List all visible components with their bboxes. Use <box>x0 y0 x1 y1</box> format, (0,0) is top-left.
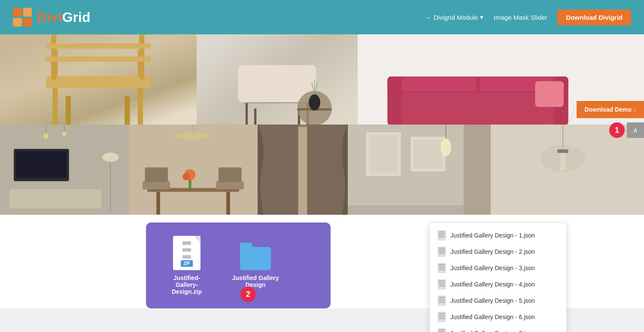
svg-rect-72 <box>414 140 442 168</box>
file-doc-icon <box>437 247 446 257</box>
svg-rect-56 <box>226 192 230 215</box>
file-doc-icon <box>437 312 446 322</box>
svg-point-74 <box>440 138 451 156</box>
folder-body <box>240 247 271 270</box>
svg-rect-9 <box>46 57 151 62</box>
file-list-label: Justified Gallery Design - 7.json <box>450 330 535 332</box>
zip-filename: Justified-Gallery-Design.zip <box>163 274 210 295</box>
file-doc-icon <box>437 230 446 241</box>
svg-rect-77 <box>464 125 491 215</box>
logo-cell-2 <box>23 8 32 17</box>
svg-rect-55 <box>156 192 160 215</box>
gallery-img-lamp <box>464 125 644 215</box>
file-list-item[interactable]: Justified Gallery Design - 4.json <box>430 276 566 292</box>
zip-file-item[interactable]: ZIP Justified-Gallery-Design.zip <box>163 236 210 295</box>
chevron-up-icon: ∧ <box>633 126 638 134</box>
file-list-item[interactable]: Justified Gallery Design - 1.json <box>430 227 566 244</box>
svg-rect-60 <box>219 168 242 182</box>
svg-rect-14 <box>254 108 256 125</box>
logo-cell-1 <box>13 8 22 17</box>
svg-rect-67 <box>298 127 307 215</box>
folder-panel: ZIP Justified-Gallery-Design.zip Justifi… <box>146 222 331 308</box>
svg-rect-59 <box>216 181 244 189</box>
svg-point-44 <box>62 131 67 136</box>
zip-label: ZIP <box>181 260 193 267</box>
svg-rect-2 <box>66 96 71 125</box>
svg-point-19 <box>309 94 320 110</box>
file-list-item[interactable]: Justified Gallery Design - 3.json <box>430 260 566 276</box>
logo-divi: Divi <box>37 9 62 25</box>
svg-point-83 <box>541 145 586 172</box>
nav-mask-label: Image Mask Slider <box>494 14 547 21</box>
file-doc-icon <box>437 279 446 289</box>
header: DiviGrid → Divigrid Module ▾ Image Mask … <box>0 0 644 34</box>
gallery-img-chair-wood <box>0 34 197 125</box>
gallery-img-living-room <box>0 125 129 215</box>
gallery-img-dining-room <box>129 125 258 215</box>
nav-area: → Divigrid Module ▾ Image Mask Slider Do… <box>425 9 631 25</box>
file-list-item[interactable]: Justified Gallery Design - 5.json <box>430 292 566 309</box>
logo-area: DiviGrid <box>13 8 90 27</box>
svg-point-48 <box>102 152 119 161</box>
file-list-label: Justified Gallery Design - 3.json <box>450 265 535 271</box>
logo-text: DiviGrid <box>37 9 90 25</box>
logo-cell-3 <box>13 18 22 27</box>
svg-point-63 <box>182 173 190 180</box>
svg-rect-35 <box>535 81 564 107</box>
svg-rect-4 <box>46 76 151 88</box>
file-doc-icon <box>437 263 446 273</box>
logo-grid-text: Grid <box>62 9 91 25</box>
svg-rect-70 <box>369 135 398 173</box>
file-doc-icon <box>437 295 446 306</box>
svg-point-42 <box>43 133 49 139</box>
nav-arrow-icon: → <box>425 14 431 21</box>
svg-rect-31 <box>402 78 476 91</box>
folder-item[interactable]: Justified Gallery Design <box>232 243 279 288</box>
svg-rect-75 <box>348 205 464 215</box>
file-list-label: Justified Gallery Design - 2.json <box>450 248 535 255</box>
logo-cell-4 <box>23 18 32 27</box>
nav-mask-link[interactable]: Image Mask Slider <box>494 14 547 21</box>
file-list-label: Justified Gallery Design - 5.json <box>450 297 535 304</box>
gallery-img-curtain <box>258 125 348 215</box>
badge-2: 2 <box>240 286 256 302</box>
nav-dropdown-icon: ▾ <box>480 13 483 21</box>
svg-rect-8 <box>46 43 151 49</box>
main-content: Download Demo ↓ ∧ 1 ZIP Justified-Galler… <box>0 34 644 308</box>
svg-rect-57 <box>143 181 170 189</box>
file-list-label: Justified Gallery Design - 1.json <box>450 232 535 239</box>
svg-rect-7 <box>46 34 151 35</box>
badge-1: 1 <box>609 122 625 138</box>
svg-rect-46 <box>6 181 104 189</box>
folder-icon <box>240 243 271 270</box>
svg-rect-68 <box>348 125 464 215</box>
nav-module-label: Divigrid Module <box>434 14 478 21</box>
svg-rect-58 <box>145 168 168 182</box>
file-list-label: Justified Gallery Design - 4.json <box>450 281 535 288</box>
file-list-item[interactable]: Justified Gallery Design - 6.json <box>430 309 566 325</box>
file-list-item[interactable]: Justified Gallery Design - 2.json <box>430 244 566 260</box>
nav-module-link[interactable]: → Divigrid Module ▾ <box>425 13 483 21</box>
logo-icon <box>13 8 32 27</box>
folder-name: Justified Gallery Design <box>232 274 279 288</box>
file-list-label: Justified Gallery Design - 6.json <box>450 314 535 320</box>
gallery-row-1 <box>0 34 644 125</box>
svg-rect-29 <box>388 76 402 125</box>
scroll-up-button[interactable]: ∧ <box>627 122 644 138</box>
gallery-img-chair-modern <box>197 34 358 125</box>
gallery-img-frames <box>348 125 464 215</box>
file-list-panel: Justified Gallery Design - 1.jsonJustifi… <box>429 222 567 332</box>
zip-icon: ZIP <box>173 236 200 270</box>
file-doc-icon <box>437 328 446 332</box>
download-demo-button[interactable]: Download Demo ↓ <box>577 101 644 118</box>
download-divigrid-button[interactable]: Download Divigrid <box>557 9 631 25</box>
svg-rect-12 <box>246 103 248 125</box>
bottom-area: ZIP Justified-Gallery-Design.zip Justifi… <box>0 218 644 308</box>
svg-rect-3 <box>125 96 130 125</box>
file-list-item[interactable]: Justified Gallery Design - 7.json <box>430 325 566 332</box>
svg-point-53 <box>175 132 212 140</box>
svg-rect-50 <box>16 151 67 178</box>
gallery-row-2 <box>0 125 644 215</box>
